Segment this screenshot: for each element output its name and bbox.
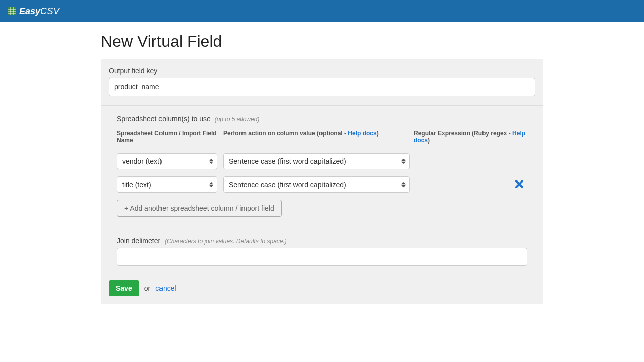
join-header: Join delimeter (Characters to join value… xyxy=(117,237,527,245)
header-col2: Perform action on column value (optional… xyxy=(223,130,414,144)
column-row: title (text)Sentence case (first word ca… xyxy=(117,176,527,193)
header-col3: Regular Expression (Ruby regex - Help do… xyxy=(414,130,527,144)
add-column-button[interactable]: + Add another spreadsheet column / impor… xyxy=(117,200,282,217)
form-card: Output field key Spreadsheet column(s) t… xyxy=(101,59,543,304)
column-row: vendor (text)Sentence case (first word c… xyxy=(117,153,527,169)
join-hint: (Characters to join values. Defaults to … xyxy=(165,238,287,245)
save-button[interactable]: Save xyxy=(109,280,139,296)
divider xyxy=(101,105,543,106)
navbar: EasyCSV xyxy=(0,0,644,22)
join-label: Join delimeter xyxy=(117,237,160,245)
output-field-label: Output field key xyxy=(109,67,535,75)
remove-row-button[interactable] xyxy=(511,180,527,190)
page-title: New Virtual Field xyxy=(101,32,543,51)
action-select[interactable]: Sentence case (first word capitalized) xyxy=(223,153,410,169)
spreadsheet-icon xyxy=(7,6,16,17)
spreadsheet-column-select[interactable]: title (text) xyxy=(117,176,217,193)
or-text: or xyxy=(144,284,150,292)
close-icon xyxy=(515,180,523,190)
column-headers-row: Spreadsheet Column / Import Field Name P… xyxy=(117,130,527,148)
columns-title: Spreadsheet column(s) to use xyxy=(117,115,211,123)
output-field-input[interactable] xyxy=(109,78,535,96)
logo[interactable]: EasyCSV xyxy=(7,6,60,17)
help-docs-link-action[interactable]: Help docs xyxy=(348,130,376,137)
join-delimiter-input[interactable] xyxy=(117,248,527,266)
logo-text: EasyCSV xyxy=(19,6,60,17)
cancel-link[interactable]: cancel xyxy=(155,284,176,292)
spreadsheet-column-select[interactable]: vendor (text) xyxy=(117,153,217,169)
action-select[interactable]: Sentence case (first word capitalized) xyxy=(223,176,410,193)
svg-rect-0 xyxy=(8,7,16,15)
columns-hint: (up to 5 allowed) xyxy=(215,116,260,123)
header-col1: Spreadsheet Column / Import Field Name xyxy=(117,130,223,144)
columns-section-header: Spreadsheet column(s) to use (up to 5 al… xyxy=(117,115,527,123)
